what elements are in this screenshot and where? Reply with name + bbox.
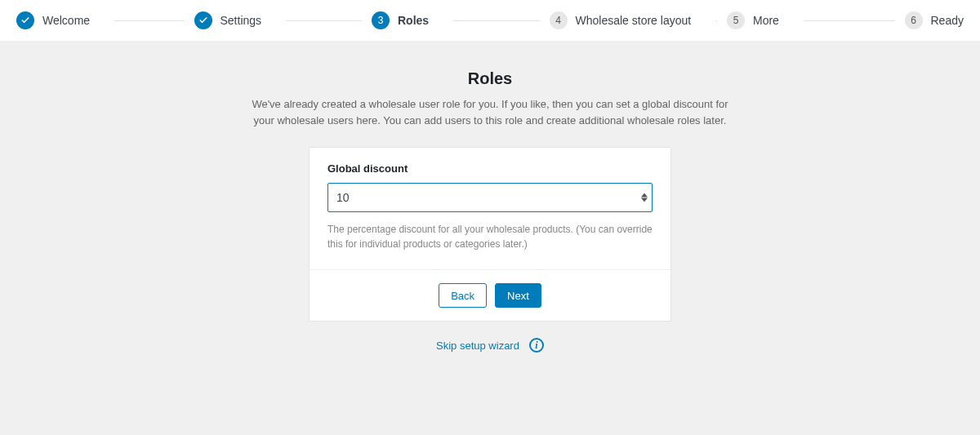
step-settings[interactable]: Settings (194, 11, 372, 29)
step-number-badge: 4 (550, 11, 568, 29)
step-more[interactable]: 5 More (727, 11, 905, 29)
step-label: Ready (931, 14, 964, 27)
step-divider (804, 20, 895, 21)
page-subtitle: We've already created a wholesale user r… (245, 96, 735, 129)
step-divider (114, 20, 184, 21)
global-discount-input[interactable] (327, 183, 653, 212)
card-body: Global discount The percentage discount … (310, 148, 670, 270)
skip-setup-link[interactable]: Skip setup wizard (436, 340, 519, 352)
global-discount-label: Global discount (327, 162, 653, 175)
check-icon (194, 11, 212, 29)
back-button[interactable]: Back (439, 283, 487, 308)
wizard-content: Roles We've already created a wholesale … (0, 42, 980, 353)
step-roles[interactable]: 3 Roles (372, 11, 550, 29)
step-number-badge: 3 (372, 11, 390, 29)
step-wholesale-layout[interactable]: 4 Wholesale store layout (550, 11, 728, 29)
wizard-stepper: Welcome Settings 3 Roles 4 Wholesale sto… (0, 0, 980, 42)
step-divider (286, 20, 362, 21)
settings-card: Global discount The percentage discount … (309, 147, 671, 322)
page-title: Roles (0, 69, 980, 88)
card-footer: Back Next (310, 270, 670, 321)
step-label: Settings (220, 14, 262, 27)
skip-row: Skip setup wizard i (0, 338, 980, 353)
step-label: More (753, 14, 779, 27)
info-icon[interactable]: i (529, 338, 544, 353)
step-welcome[interactable]: Welcome (16, 11, 194, 29)
step-divider (715, 20, 717, 21)
step-label: Roles (398, 14, 429, 27)
step-divider (453, 20, 539, 21)
step-ready[interactable]: 6 Ready (905, 11, 964, 29)
step-number-badge: 6 (905, 11, 923, 29)
step-label: Welcome (42, 14, 90, 27)
global-discount-help: The percentage discount for all your who… (327, 222, 653, 251)
check-icon (16, 11, 34, 29)
step-number-badge: 5 (727, 11, 745, 29)
next-button[interactable]: Next (495, 283, 541, 308)
step-label: Wholesale store layout (576, 14, 692, 27)
